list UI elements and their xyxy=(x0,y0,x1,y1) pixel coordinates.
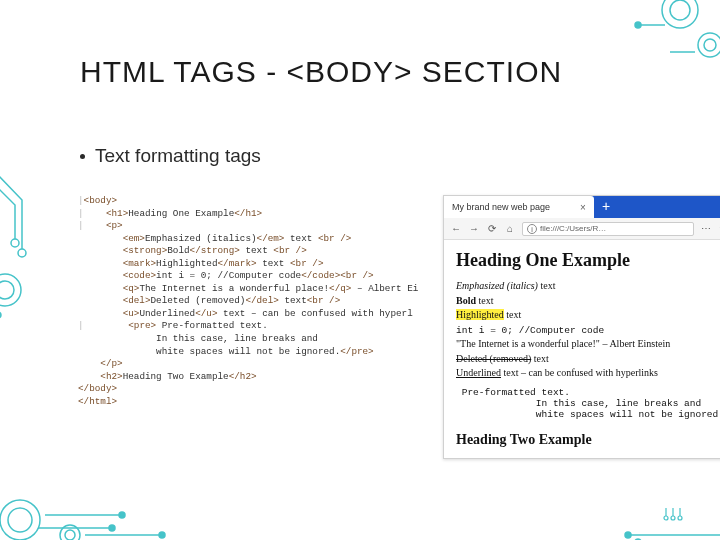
svg-point-18 xyxy=(109,525,115,531)
svg-point-3 xyxy=(704,39,716,51)
new-tab-button[interactable]: + xyxy=(594,196,618,218)
rendered-deleted-line: Deleted (removed) text xyxy=(456,352,720,367)
rendered-code-line: int i = 0; //Computer code xyxy=(456,323,720,338)
home-icon[interactable]: ⌂ xyxy=(504,223,516,234)
url-text: file:///C:/Users/R… xyxy=(540,224,606,233)
svg-point-8 xyxy=(0,274,21,306)
rendered-bold-line: Bold text xyxy=(456,294,720,309)
rendered-page: Heading One Example Emphasized (italics)… xyxy=(444,240,720,458)
svg-point-12 xyxy=(0,500,40,540)
svg-point-23 xyxy=(678,516,682,520)
url-bar[interactable]: i file:///C:/Users/R… xyxy=(522,222,694,236)
svg-point-16 xyxy=(119,512,125,518)
circuit-decoration-bottom-left xyxy=(0,450,210,540)
svg-point-11 xyxy=(0,312,1,318)
rendered-highlight-line: Highlighted text xyxy=(456,308,720,323)
rendered-preformatted: Pre-formatted text. In this case, line b… xyxy=(456,387,720,420)
svg-point-21 xyxy=(664,516,668,520)
slide-title: HTML TAGS - <BODY> SECTION xyxy=(80,55,562,89)
close-icon[interactable]: × xyxy=(580,202,586,213)
bullet-text: Text formatting tags xyxy=(95,145,261,167)
svg-point-14 xyxy=(60,525,80,540)
svg-point-7 xyxy=(18,249,26,257)
rendered-h1: Heading One Example xyxy=(456,250,720,271)
code-example: |<body> | <h1>Heading One Example</h1> |… xyxy=(78,195,443,459)
browser-tab-active[interactable]: My brand new web page × xyxy=(444,196,594,218)
browser-tab-bar: My brand new web page × + xyxy=(444,196,720,218)
circuit-decoration-left xyxy=(0,120,70,380)
svg-point-15 xyxy=(65,530,75,540)
more-icon[interactable]: ⋯ xyxy=(700,223,712,234)
forward-icon[interactable]: → xyxy=(468,223,480,234)
svg-point-13 xyxy=(8,508,32,532)
back-icon[interactable]: ← xyxy=(450,223,462,234)
reload-icon[interactable]: ⟳ xyxy=(486,223,498,234)
browser-preview: My brand new web page × + ← → ⟳ ⌂ i file… xyxy=(443,195,720,459)
svg-point-6 xyxy=(11,239,19,247)
browser-toolbar: ← → ⟳ ⌂ i file:///C:/Users/R… ⋯ ☆ xyxy=(444,218,720,240)
rendered-h2: Heading Two Example xyxy=(456,432,720,448)
svg-point-22 xyxy=(671,516,675,520)
bullet-item: Text formatting tags xyxy=(80,145,261,167)
svg-point-17 xyxy=(159,532,165,538)
svg-point-1 xyxy=(670,0,690,20)
svg-point-9 xyxy=(0,281,14,299)
rendered-underlined-line: Underlined text – can be confused with h… xyxy=(456,366,720,381)
svg-point-0 xyxy=(662,0,698,28)
info-icon: i xyxy=(527,224,537,234)
svg-point-5 xyxy=(635,22,641,28)
bullet-dot-icon xyxy=(80,154,85,159)
tab-label: My brand new web page xyxy=(452,202,550,212)
svg-point-2 xyxy=(698,33,720,57)
rendered-quote-line: "The Internet is a wonderful place!" – A… xyxy=(456,337,720,352)
circuit-decoration-top-right xyxy=(580,0,720,90)
svg-point-19 xyxy=(625,532,631,538)
page-number-decoration xyxy=(662,506,684,528)
rendered-em-line: Emphasized (italics) text xyxy=(456,279,720,294)
